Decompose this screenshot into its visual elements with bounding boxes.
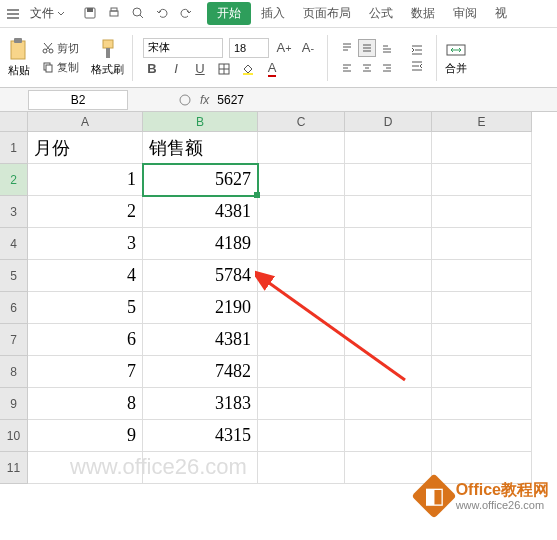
- col-header-D[interactable]: D: [345, 112, 432, 132]
- cell-B3[interactable]: 4381: [143, 196, 258, 228]
- cell-A7[interactable]: 6: [28, 324, 143, 356]
- indent-right-button[interactable]: [408, 59, 426, 73]
- save-icon[interactable]: [83, 6, 99, 22]
- align-center-icon[interactable]: [358, 59, 376, 77]
- cell-B2[interactable]: 5627: [143, 164, 258, 196]
- cell-D9[interactable]: [345, 388, 432, 420]
- cell-A3[interactable]: 2: [28, 196, 143, 228]
- cell-D4[interactable]: [345, 228, 432, 260]
- cell-C11[interactable]: [258, 452, 345, 484]
- cell-D7[interactable]: [345, 324, 432, 356]
- cell-A10[interactable]: 9: [28, 420, 143, 452]
- cell-D8[interactable]: [345, 356, 432, 388]
- row-header-1[interactable]: 1: [0, 132, 28, 164]
- cell-A8[interactable]: 7: [28, 356, 143, 388]
- underline-button[interactable]: U: [191, 60, 209, 78]
- fill-color-button[interactable]: [239, 60, 257, 78]
- cell-A4[interactable]: 3: [28, 228, 143, 260]
- row-header-7[interactable]: 7: [0, 324, 28, 356]
- cell-B6[interactable]: 2190: [143, 292, 258, 324]
- cell-D6[interactable]: [345, 292, 432, 324]
- cell-C7[interactable]: [258, 324, 345, 356]
- cell-B11[interactable]: [143, 452, 258, 484]
- col-header-E[interactable]: E: [432, 112, 532, 132]
- cell-C3[interactable]: [258, 196, 345, 228]
- cell-D10[interactable]: [345, 420, 432, 452]
- col-header-B[interactable]: B: [143, 112, 258, 132]
- cell-E7[interactable]: [432, 324, 532, 356]
- preview-icon[interactable]: [131, 6, 147, 22]
- cell-A5[interactable]: 4: [28, 260, 143, 292]
- row-header-6[interactable]: 6: [0, 292, 28, 324]
- align-top-icon[interactable]: [338, 39, 356, 57]
- cell-D1[interactable]: [345, 132, 432, 164]
- format-painter-button[interactable]: 格式刷: [89, 36, 126, 79]
- tab-formula[interactable]: 公式: [361, 1, 401, 26]
- align-left-icon[interactable]: [338, 59, 356, 77]
- increase-font-icon[interactable]: A+: [275, 39, 293, 57]
- cell-D3[interactable]: [345, 196, 432, 228]
- cell-B10[interactable]: 4315: [143, 420, 258, 452]
- cell-A9[interactable]: 8: [28, 388, 143, 420]
- copy-button[interactable]: 复制: [40, 59, 81, 76]
- row-header-3[interactable]: 3: [0, 196, 28, 228]
- file-menu[interactable]: 文件: [24, 5, 71, 22]
- cell-E6[interactable]: [432, 292, 532, 324]
- cell-E8[interactable]: [432, 356, 532, 388]
- redo-icon[interactable]: [179, 6, 195, 22]
- cell-B1[interactable]: 销售额: [143, 132, 258, 164]
- tab-data[interactable]: 数据: [403, 1, 443, 26]
- font-name-select[interactable]: [143, 38, 223, 58]
- align-middle-icon[interactable]: [358, 39, 376, 57]
- cell-C9[interactable]: [258, 388, 345, 420]
- select-all-corner[interactable]: [0, 112, 28, 132]
- decrease-font-icon[interactable]: A-: [299, 39, 317, 57]
- cell-E10[interactable]: [432, 420, 532, 452]
- tab-start[interactable]: 开始: [207, 2, 251, 25]
- cell-E1[interactable]: [432, 132, 532, 164]
- row-header-5[interactable]: 5: [0, 260, 28, 292]
- cell-C6[interactable]: [258, 292, 345, 324]
- cell-C10[interactable]: [258, 420, 345, 452]
- paste-button[interactable]: 粘贴: [6, 35, 32, 80]
- align-right-icon[interactable]: [378, 59, 396, 77]
- print-icon[interactable]: [107, 6, 123, 22]
- cell-E4[interactable]: [432, 228, 532, 260]
- formula-input[interactable]: [217, 93, 417, 107]
- cell-C1[interactable]: [258, 132, 345, 164]
- cell-A2[interactable]: 1: [28, 164, 143, 196]
- tab-insert[interactable]: 插入: [253, 1, 293, 26]
- cell-B7[interactable]: 4381: [143, 324, 258, 356]
- cell-B5[interactable]: 5784: [143, 260, 258, 292]
- fx-icon[interactable]: fx: [200, 93, 209, 107]
- cell-B4[interactable]: 4189: [143, 228, 258, 260]
- row-header-4[interactable]: 4: [0, 228, 28, 260]
- cell-E2[interactable]: [432, 164, 532, 196]
- cell-C5[interactable]: [258, 260, 345, 292]
- row-header-10[interactable]: 10: [0, 420, 28, 452]
- tab-review[interactable]: 审阅: [445, 1, 485, 26]
- undo-icon[interactable]: [155, 6, 171, 22]
- cell-A6[interactable]: 5: [28, 292, 143, 324]
- hamburger-icon[interactable]: [4, 5, 22, 23]
- tab-layout[interactable]: 页面布局: [295, 1, 359, 26]
- italic-button[interactable]: I: [167, 60, 185, 78]
- name-box[interactable]: [28, 90, 128, 110]
- row-header-8[interactable]: 8: [0, 356, 28, 388]
- cut-button[interactable]: 剪切: [40, 40, 81, 57]
- cell-A11[interactable]: [28, 452, 143, 484]
- cell-B8[interactable]: 7482: [143, 356, 258, 388]
- cell-E5[interactable]: [432, 260, 532, 292]
- row-header-11[interactable]: 11: [0, 452, 28, 484]
- expand-icon[interactable]: [178, 93, 192, 107]
- cell-C8[interactable]: [258, 356, 345, 388]
- align-bottom-icon[interactable]: [378, 39, 396, 57]
- cell-C4[interactable]: [258, 228, 345, 260]
- cell-C2[interactable]: [258, 164, 345, 196]
- row-header-9[interactable]: 9: [0, 388, 28, 420]
- tab-view[interactable]: 视: [487, 1, 515, 26]
- font-color-button[interactable]: A: [263, 60, 281, 78]
- font-size-select[interactable]: [229, 38, 269, 58]
- border-button[interactable]: [215, 60, 233, 78]
- cell-E3[interactable]: [432, 196, 532, 228]
